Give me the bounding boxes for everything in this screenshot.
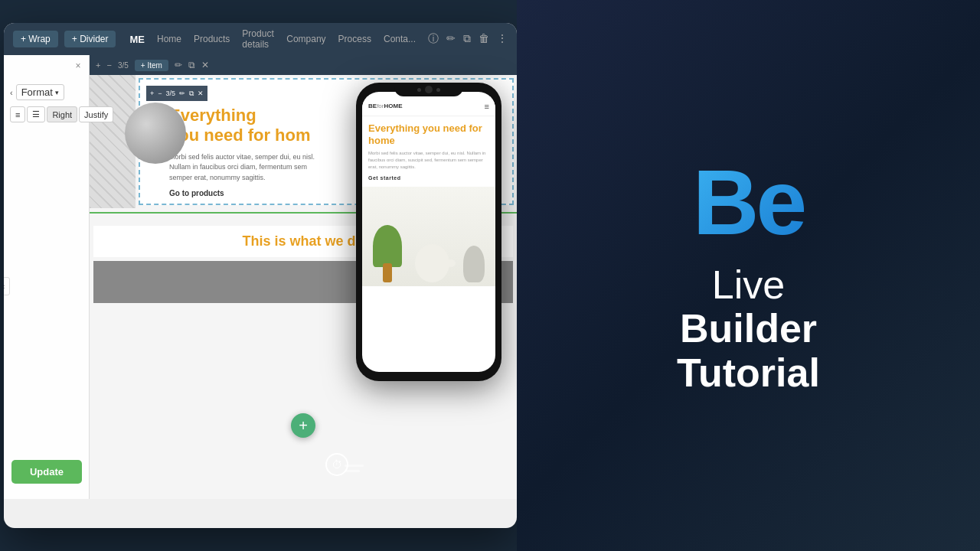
align-center-button[interactable]: ☰: [27, 106, 45, 122]
divider-button[interactable]: + Divider: [64, 31, 116, 47]
teapot-spout: [446, 259, 456, 267]
phone-hero-title: Everything you need for home: [368, 122, 489, 146]
phone-camera: [425, 86, 433, 93]
phone-nav: BEforHOME ≡: [362, 96, 495, 116]
format-label: Format: [21, 86, 53, 98]
phone-cta[interactable]: Get started: [368, 175, 489, 181]
builder-panel: + Wrap + Divider ME Home Products Produc…: [0, 0, 517, 551]
inner-edit[interactable]: ✏: [179, 90, 185, 97]
phone-hero-desc: Morbi sed felis auctor vitae, semper dui…: [368, 150, 489, 171]
format-dropdown[interactable]: Format ▾: [16, 84, 64, 100]
phone-vase: [463, 246, 485, 282]
builder-content: × ‹ ‹ Format ▾ ≡ ☰ Right Justify: [4, 55, 517, 499]
format-panel: × ‹ ‹ Format ▾ ≡ ☰ Right Justify: [4, 55, 90, 499]
edit-icon-toolbar[interactable]: ✏: [175, 60, 182, 70]
builder-container: + Wrap + Divider ME Home Products Produc…: [4, 23, 517, 528]
line2: [345, 470, 360, 472]
plant-pot: [383, 263, 392, 282]
copy-icon-toolbar[interactable]: ⧉: [188, 60, 195, 70]
nav-home[interactable]: Home: [157, 34, 181, 44]
title-line2: Builder: [677, 307, 820, 350]
nav-company[interactable]: Company: [286, 34, 325, 44]
minus-icon[interactable]: −: [106, 60, 111, 70]
decorative-sphere: [125, 103, 186, 164]
nav-products[interactable]: Products: [194, 34, 230, 44]
add-icon-small[interactable]: +: [96, 60, 100, 70]
inner-delete[interactable]: ✕: [198, 90, 204, 97]
phone-screen: BEforHOME ≡ Everything you need for home…: [362, 92, 495, 372]
line1: [345, 465, 364, 467]
phone-dot2: [436, 88, 440, 92]
be-logo: Be: [693, 156, 804, 248]
delete-icon-toolbar[interactable]: ✕: [201, 60, 209, 70]
more-icon[interactable]: ⋮: [497, 32, 508, 46]
phone-mockup: BEforHOME ≡ Everything you need for home…: [356, 83, 501, 201]
phone-product-area: [362, 187, 495, 286]
nav-process[interactable]: Process: [338, 34, 371, 44]
lines-indicator: [345, 465, 364, 472]
trash-icon[interactable]: 🗑: [479, 32, 489, 46]
alignment-buttons: ≡ ☰ Right Justify: [10, 106, 83, 122]
builder-toolbar: + Wrap + Divider ME Home Products Produc…: [4, 23, 517, 55]
title-line3: Tutorial: [677, 351, 820, 395]
nav-brand: ME: [129, 34, 145, 45]
panel-toggle[interactable]: ‹: [4, 277, 10, 295]
nav-contact[interactable]: Conta...: [384, 34, 416, 44]
add-section-button[interactable]: +: [291, 413, 315, 438]
align-right-button[interactable]: Right: [47, 106, 77, 122]
add-item-button[interactable]: + Item: [135, 60, 168, 71]
inner-copy[interactable]: ⧉: [189, 90, 194, 98]
inner-counter: 3/5: [166, 90, 176, 97]
info-icon[interactable]: ⓘ: [428, 32, 439, 46]
phone-notch: [394, 83, 463, 96]
edit-icon[interactable]: ✏: [446, 32, 456, 46]
format-arrow: ‹: [10, 88, 13, 97]
phone-hero: Everything you need for home Morbi sed f…: [362, 116, 495, 187]
item-toolbar: + − 3/5 + Item ✏ ⧉ ✕: [90, 55, 517, 75]
inner-minus[interactable]: −: [158, 90, 162, 97]
hero-area: + − 3/5 ✏ ⧉ ✕ Everythingyou need for hom: [90, 75, 517, 208]
nav-product-details[interactable]: Product details: [242, 28, 274, 50]
tutorial-title: Live Builder Tutorial: [677, 263, 820, 395]
phone-menu-icon: ≡: [485, 102, 489, 111]
right-panel: Be Live Builder Tutorial: [517, 0, 980, 551]
format-chevron: ▾: [55, 89, 59, 96]
phone-plant: [373, 225, 402, 282]
align-left-button[interactable]: ≡: [10, 106, 25, 122]
phone-dot: [417, 88, 421, 92]
wrap-button[interactable]: + Wrap: [13, 31, 58, 47]
copy-icon[interactable]: ⧉: [463, 32, 471, 46]
inner-toolbar: + − 3/5 ✏ ⧉ ✕: [146, 86, 207, 101]
item-counter: 3/5: [118, 61, 129, 70]
phone-brand: BEforHOME: [368, 103, 402, 109]
phone-frame: BEforHOME ≡ Everything you need for home…: [356, 83, 501, 381]
close-button[interactable]: ×: [72, 60, 84, 72]
inner-add[interactable]: +: [150, 90, 154, 97]
update-button[interactable]: Update: [11, 460, 82, 484]
phone-teapot: [415, 244, 449, 282]
title-line1: Live: [677, 263, 820, 307]
format-row: ‹ Format ▾: [10, 84, 83, 100]
align-justify-button[interactable]: Justify: [79, 106, 113, 122]
builder-canvas: + − 3/5 + Item ✏ ⧉ ✕: [90, 55, 517, 499]
plant-leaves: [373, 225, 402, 267]
